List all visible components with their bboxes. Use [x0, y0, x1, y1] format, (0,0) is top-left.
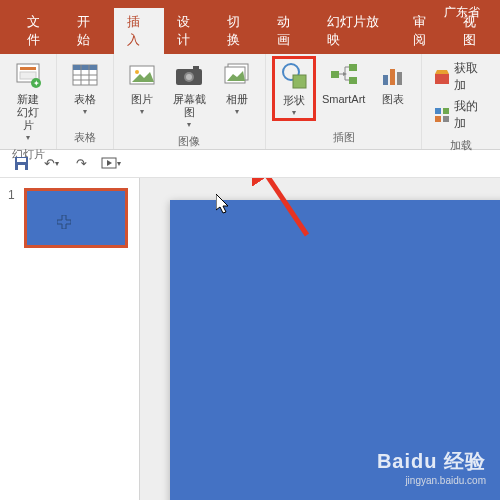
svg-rect-27	[383, 75, 388, 85]
store-icon	[434, 69, 450, 85]
shapes-button[interactable]: 形状 ▾	[272, 56, 316, 121]
watermark-brand: Baidu 经验	[377, 448, 486, 475]
thumbnail-panel[interactable]: 1	[0, 178, 140, 500]
svg-text:✦: ✦	[33, 79, 40, 88]
dropdown-arrow-icon: ▾	[26, 133, 30, 142]
tab-insert[interactable]: 插入	[114, 8, 164, 54]
table-icon	[69, 59, 101, 91]
shapes-label: 形状	[283, 94, 305, 107]
group-tables-label: 表格	[74, 128, 96, 149]
get-addins-label: 获取加	[454, 60, 488, 94]
smartart-button[interactable]: SmartArt	[316, 56, 371, 109]
shapes-icon	[278, 60, 310, 92]
my-addins-label: 我的加	[454, 98, 488, 132]
screenshot-label: 屏幕截图	[170, 93, 209, 119]
svg-point-12	[135, 70, 139, 74]
tab-review[interactable]: 审阅	[400, 8, 450, 54]
new-slide-label: 新建 幻灯片	[12, 93, 44, 132]
group-slides: ✦ 新建 幻灯片 ▾ 幻灯片	[0, 54, 57, 149]
slide-thumbnail-1[interactable]	[24, 188, 128, 248]
pictures-icon	[126, 59, 158, 91]
dropdown-arrow-icon: ▾	[83, 107, 87, 116]
my-addins-button[interactable]: 我的加	[434, 98, 488, 132]
tab-file[interactable]: 文件	[14, 8, 64, 54]
chart-button[interactable]: 图表	[371, 56, 415, 109]
svg-rect-23	[331, 71, 339, 78]
dropdown-arrow-icon: ▾	[140, 107, 144, 116]
smartart-icon	[328, 59, 360, 91]
table-button[interactable]: 表格 ▾	[63, 56, 107, 119]
ribbon-tab-strip: 文件 开始 插入 设计 切换 动画 幻灯片放映 审阅 视图	[0, 24, 500, 54]
svg-rect-34	[435, 116, 441, 122]
svg-rect-29	[397, 72, 402, 85]
svg-rect-28	[390, 69, 395, 85]
svg-marker-31	[435, 70, 449, 74]
dropdown-arrow-icon: ▾	[187, 120, 191, 129]
svg-rect-6	[73, 65, 97, 70]
new-slide-button[interactable]: ✦ 新建 幻灯片 ▾	[6, 56, 50, 145]
svg-rect-35	[443, 116, 449, 122]
album-icon	[221, 59, 253, 91]
chart-icon	[377, 59, 409, 91]
smartart-label: SmartArt	[322, 93, 365, 106]
tab-view[interactable]: 视图	[450, 8, 500, 54]
table-label: 表格	[74, 93, 96, 106]
group-tables: 表格 ▾ 表格	[57, 54, 114, 149]
new-slide-icon: ✦	[12, 59, 44, 91]
svg-rect-37	[17, 158, 26, 162]
group-images: 图片 ▾ 屏幕截图 ▾ 相册 ▾ 图像	[114, 54, 266, 149]
undo-button[interactable]: ↶ ▾	[40, 153, 62, 175]
screenshot-button[interactable]: 屏幕截图 ▾	[164, 56, 215, 132]
svg-marker-40	[107, 160, 112, 166]
ribbon: ✦ 新建 幻灯片 ▾ 幻灯片 表格 ▾ 表格	[0, 54, 500, 150]
tab-animations[interactable]: 动画	[264, 8, 314, 54]
start-from-beginning-button[interactable]: ▾	[100, 153, 122, 175]
album-label: 相册	[226, 93, 248, 106]
group-illustrations: 形状 ▾ SmartArt 图表 插图	[266, 54, 422, 149]
group-addins-label: 加载	[450, 136, 472, 157]
quick-access-toolbar: ↶ ▾ ↷ ▾	[0, 150, 500, 178]
chart-label: 图表	[382, 93, 404, 106]
cursor-icon	[216, 194, 234, 216]
screenshot-icon	[173, 59, 205, 91]
tab-design[interactable]: 设计	[164, 8, 214, 54]
svg-rect-22	[293, 75, 306, 88]
dropdown-arrow-icon: ▾	[235, 107, 239, 116]
svg-marker-41	[216, 194, 228, 213]
thumbnail-row: 1	[8, 188, 131, 248]
svg-rect-1	[20, 67, 36, 70]
tab-home[interactable]: 开始	[64, 8, 114, 54]
svg-rect-30	[435, 74, 449, 84]
svg-rect-24	[349, 64, 357, 71]
pictures-button[interactable]: 图片 ▾	[120, 56, 164, 119]
album-button[interactable]: 相册 ▾	[215, 56, 259, 119]
svg-rect-38	[18, 165, 25, 170]
svg-rect-32	[435, 108, 441, 114]
group-addins: 获取加 我的加 加载	[422, 54, 500, 149]
group-images-label: 图像	[178, 132, 200, 153]
watermark: Baidu 经验 jingyan.baidu.com	[377, 448, 486, 486]
svg-rect-17	[193, 66, 199, 70]
dropdown-arrow-icon: ▾	[292, 108, 296, 117]
redo-button[interactable]: ↷	[70, 153, 92, 175]
watermark-url: jingyan.baidu.com	[377, 475, 486, 486]
annotation-arrow-icon	[252, 178, 312, 240]
tab-slideshow[interactable]: 幻灯片放映	[314, 8, 400, 54]
svg-point-16	[186, 74, 192, 80]
cross-shape-icon	[57, 215, 71, 229]
tab-transitions[interactable]: 切换	[214, 8, 264, 54]
get-addins-button[interactable]: 获取加	[434, 60, 488, 94]
addins-icon	[434, 107, 450, 123]
group-illustrations-label: 插图	[333, 128, 355, 149]
pictures-label: 图片	[131, 93, 153, 106]
thumbnail-number: 1	[8, 188, 18, 248]
svg-rect-33	[443, 108, 449, 114]
save-button[interactable]	[10, 153, 32, 175]
svg-rect-2	[20, 72, 36, 79]
svg-rect-25	[349, 77, 357, 84]
